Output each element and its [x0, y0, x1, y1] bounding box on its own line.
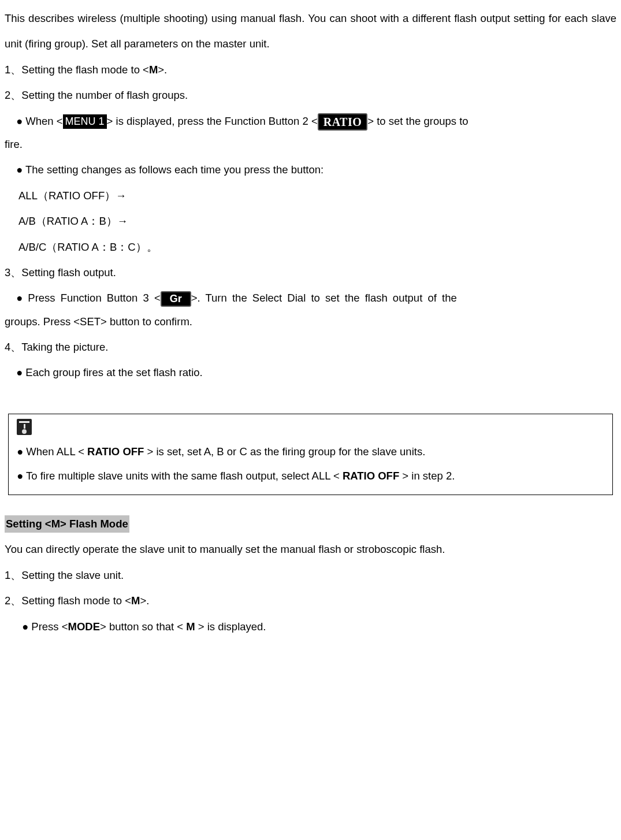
step-4: 4、Taking the picture.: [5, 334, 616, 360]
step-4-bullet-1: ● Each group fires at the set flash rati…: [5, 360, 616, 385]
s2b1-mid2: > button so that <: [100, 620, 186, 633]
s2s2-pre: 2、Setting flash mode to <: [5, 594, 131, 607]
s2b1-pre2: ● Press <: [22, 620, 68, 633]
ratio-seq-2: A/B（RATIO A：B）→: [5, 209, 616, 234]
s3b1-post: >. Turn the Select Dial to set the flash…: [191, 292, 457, 304]
section2-intro: You can directly operate the slave unit …: [5, 537, 616, 562]
n1-pre: ● When ALL <: [17, 445, 87, 458]
s2s2-post: >.: [140, 594, 149, 607]
gr-icon: Gr: [161, 291, 191, 307]
s2b1-mid: > is displayed, press the Function Butto…: [107, 115, 318, 127]
heading-text: Setting <M> Flash Mode: [5, 515, 129, 533]
n1-post: > is set, set A, B or C as the firing gr…: [144, 445, 425, 458]
step-2: 2、Setting the number of flash groups.: [5, 83, 616, 108]
step-1: 1、Setting the flash mode to <M>.: [5, 57, 616, 83]
s2b1-post: > to set the groups to: [367, 115, 468, 127]
heading-m-flash: Setting <M> Flash Mode: [5, 511, 616, 537]
n2-pre: ● To fire multiple slave units with the …: [17, 470, 343, 482]
ratio-seq-3: A/B/C（RATIO A：B：C）。: [5, 235, 616, 260]
ratio-seq-1: ALL（RATIO OFF）→: [5, 183, 616, 209]
note-2: ● To fire multiple slave units with the …: [17, 464, 604, 489]
step-2-bullet-1-tail: fire.: [5, 132, 616, 157]
section2-step-2: 2、Setting flash mode to <M>.: [5, 588, 616, 614]
info-icon: [17, 419, 32, 435]
info-box: ● When ALL < RATIO OFF > is set, set A, …: [8, 414, 613, 495]
step1-pre: 1、Setting the flash mode to <: [5, 64, 149, 76]
step1-post: >.: [158, 64, 167, 76]
s2b1-mode: MODE: [68, 620, 101, 633]
s3b1-pre: ● Press Function Button 3 <: [16, 292, 161, 304]
menu1-label: MENU 1: [63, 114, 107, 129]
section2-step-1: 1、Setting the slave unit.: [5, 563, 616, 588]
step-3: 3、Setting flash output.: [5, 260, 616, 285]
intro-paragraph: This describes wireless (multiple shooti…: [5, 6, 616, 57]
step-3-bullet-1: ● Press Function Button 3 <Gr>. Turn the…: [5, 285, 616, 311]
step1-m: M: [149, 64, 158, 76]
s2b1-m: M: [186, 620, 195, 633]
step-3-tail: groups. Press <SET> button to confirm.: [5, 309, 616, 334]
s2b1-pre: ● When <: [16, 115, 63, 127]
n2-ratio-off: RATIO OFF: [343, 470, 399, 482]
s2b1-post2: > is displayed.: [195, 620, 266, 633]
section2-bullet-1: ● Press <MODE> button so that < M > is d…: [5, 614, 616, 640]
note-1: ● When ALL < RATIO OFF > is set, set A, …: [17, 440, 604, 464]
n1-ratio-off: RATIO OFF: [87, 445, 144, 458]
step-2-bullet-2: ● The setting changes as follows each ti…: [5, 157, 616, 183]
n2-post: > in step 2.: [399, 470, 455, 482]
step-2-bullet-1: ● When <MENU 1> is displayed, press the …: [5, 109, 616, 134]
s2s2-m: M: [131, 594, 140, 607]
ratio-icon: RATIO: [318, 113, 368, 131]
